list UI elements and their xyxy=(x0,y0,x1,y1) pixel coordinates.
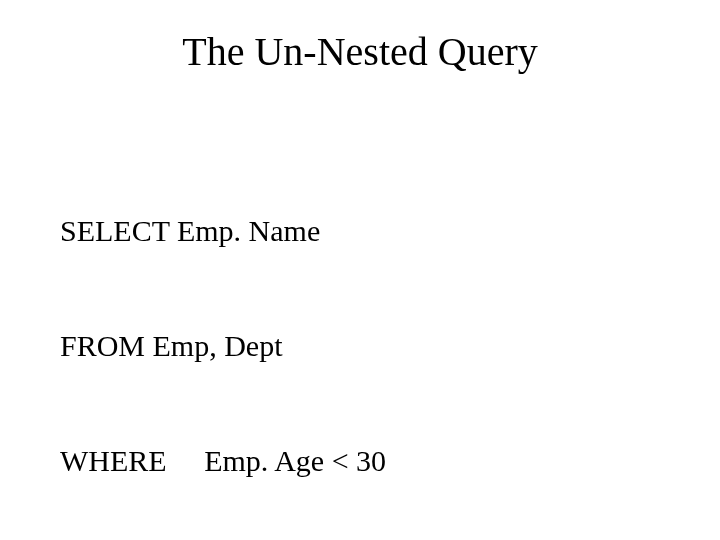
slide: The Un-Nested Query SELECT Emp. Name FRO… xyxy=(0,28,720,540)
query-line-select: SELECT Emp. Name xyxy=(60,212,660,250)
slide-title: The Un-Nested Query xyxy=(60,28,660,75)
query-line-where: WHERE Emp. Age < 30 xyxy=(60,442,660,480)
query-line-from: FROM Emp, Dept xyxy=(60,327,660,365)
sql-query-block: SELECT Emp. Name FROM Emp, Dept WHERE Em… xyxy=(60,135,660,540)
